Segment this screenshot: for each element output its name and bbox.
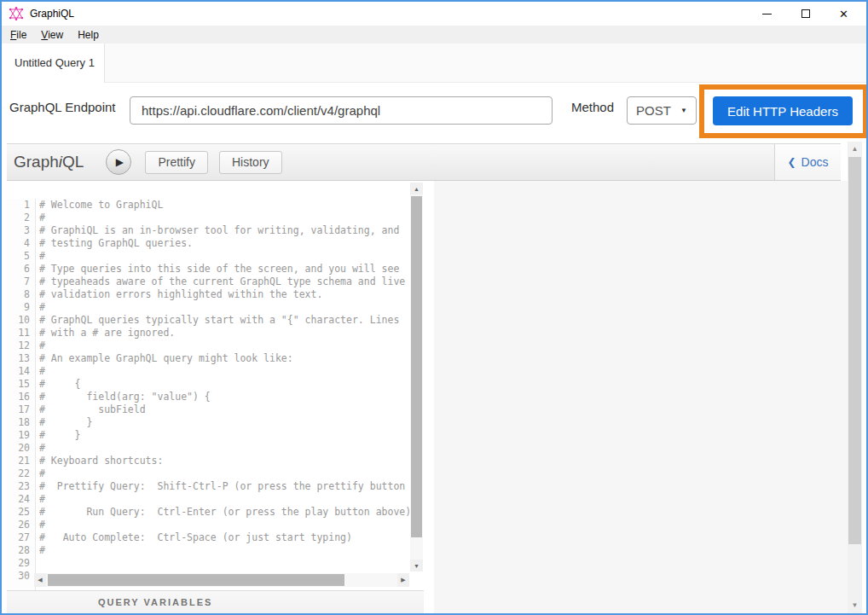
scroll-right-icon[interactable]: ▶ [397,573,409,587]
code-line: # [39,339,409,352]
code-line: # with a # are ignored. [39,327,409,339]
line-number: 13 [7,352,30,365]
editor-horizontal-scrollbar[interactable]: ◀ ▶ [34,573,409,587]
history-button[interactable]: History [219,151,282,174]
code-line: # validation errors highlighted within t… [39,288,409,301]
code-line: # Keyboard shortcuts: [39,455,409,467]
line-number: 1 [7,199,30,212]
editor-horizontal-scrollbar-thumb[interactable] [48,574,344,586]
editor-vertical-scrollbar[interactable]: ▲ ▼ [410,183,423,571]
tab-untitled-query-1[interactable]: Untitled Query 1 [2,44,105,83]
logo-part: QL [62,153,84,171]
line-number: 23 [7,480,30,493]
scroll-down-icon[interactable]: ▼ [410,560,423,571]
menu-view[interactable]: View [38,27,70,43]
code-line: # [39,493,409,506]
chevron-down-icon: ▼ [680,107,687,114]
docs-link[interactable]: ❮ Docs [788,155,829,169]
code-lines[interactable]: # Welcome to GraphiQL## GraphiQL is an i… [39,199,409,577]
endpoint-input[interactable] [130,96,553,125]
code-line: # Type queries into this side of the scr… [39,263,409,276]
docs-bar: ❮ Docs [774,143,841,181]
menu-help[interactable]: Help [75,27,106,43]
code-line: # Auto Complete: Ctrl-Space (or just sta… [39,531,409,544]
query-variables-bar[interactable]: QUERY VARIABLES [7,590,424,613]
method-label: Method [571,100,614,114]
line-number: 17 [7,403,30,416]
scroll-down-icon[interactable]: ▼ [848,599,862,612]
query-variables-title: QUERY VARIABLES [98,597,212,607]
menu-help-label: Help [78,29,99,41]
scroll-up-icon[interactable]: ▲ [410,183,423,194]
method-select[interactable]: POST ▼ [627,96,697,125]
graphiql-toolbar: GraphiQL ▶ Prettify History [7,143,774,181]
line-number: 3 [7,224,30,237]
line-number: 27 [7,531,30,544]
titlebar: GraphiQL ✕ [2,2,866,26]
line-number: 2 [7,212,30,224]
line-number: 26 [7,519,30,531]
line-number: 22 [7,467,30,480]
scroll-up-icon[interactable]: ▲ [848,142,862,155]
code-line: # Welcome to GraphiQL [39,199,409,212]
line-number: 4 [7,237,30,250]
window-vertical-scrollbar-thumb[interactable] [848,157,861,544]
line-number: 8 [7,288,30,301]
code-line: # [39,301,409,314]
line-number: 29 [7,557,30,570]
line-number: 19 [7,429,30,442]
menu-file[interactable]: File [8,27,33,43]
code-line: # GraphiQL is an in-browser tool for wri… [39,224,409,237]
maximize-button[interactable] [786,2,825,26]
code-line: # } [39,416,409,429]
code-line: # testing GraphQL queries. [39,237,409,250]
code-line: # GraphQL queries typically start with a… [39,314,409,327]
code-line: # typeaheads aware of the current GraphQ… [39,276,409,288]
graphql-logo-icon [9,7,23,20]
minimize-icon [762,14,772,15]
line-number: 7 [7,276,30,288]
query-editor-pane[interactable]: 1234567891011121314151617181920212223242… [7,181,424,590]
code-line: # [39,212,409,224]
tab-strip: Untitled Query 1 [2,44,866,83]
code-line: # [39,442,409,455]
execute-query-button[interactable]: ▶ [106,149,131,175]
line-number: 28 [7,544,30,557]
prettify-button[interactable]: Prettify [145,151,208,174]
menubar: File View Help [2,26,866,44]
minimize-button[interactable] [748,2,786,26]
menu-view-label: V [41,29,48,41]
line-number: 10 [7,314,30,327]
line-number: 30 [7,570,30,583]
code-line: # field(arg: "value") { [39,391,409,403]
window-vertical-scrollbar[interactable]: ▲ ▼ [848,142,862,613]
line-number: 14 [7,365,30,378]
graphiql-logo: GraphiQL [14,153,84,171]
line-number: 6 [7,263,30,276]
line-number: 25 [7,506,30,519]
scroll-left-icon[interactable]: ◀ [34,573,46,587]
editor-vertical-scrollbar-thumb[interactable] [411,196,422,537]
code-line: # [39,544,409,557]
line-number: 11 [7,327,30,339]
method-value: POST [636,103,671,118]
code-line: # [39,365,409,378]
line-number: 12 [7,339,30,352]
line-number: 15 [7,378,30,391]
code-line: # [39,467,409,480]
code-line: # Run Query: Ctrl-Enter (or press the pl… [39,506,409,519]
line-number: 16 [7,391,30,403]
code-line: # } [39,429,409,442]
code-line: # subField [39,403,409,416]
line-number: 21 [7,455,30,467]
line-number: 9 [7,301,30,314]
code-line: # { [39,378,409,391]
edit-http-headers-button[interactable]: Edit HTTP Headers [713,96,853,125]
app-window: GraphiQL ✕ File View Help Untitled Query… [0,0,868,615]
line-number: 18 [7,416,30,429]
result-pane [434,181,848,613]
code-line: # [39,250,409,263]
window-title: GraphiQL [30,8,74,20]
close-button[interactable]: ✕ [825,2,863,26]
line-number: 24 [7,493,30,506]
